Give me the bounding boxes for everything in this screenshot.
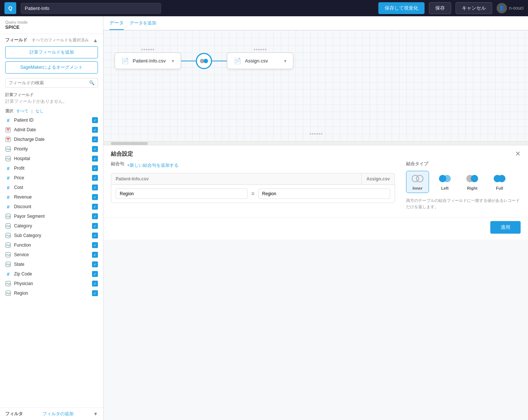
tab-data[interactable]: データ bbox=[109, 17, 124, 30]
field-checkbox[interactable]: ✓ bbox=[92, 271, 98, 277]
field-name: Region bbox=[14, 291, 89, 296]
filter-add-link[interactable]: フィルタの追加 bbox=[42, 411, 74, 417]
query-mode-label: Query mode bbox=[5, 20, 98, 24]
hash-icon: # bbox=[5, 175, 11, 181]
field-item[interactable]: AaState✓ bbox=[0, 260, 103, 269]
hash-icon: # bbox=[5, 271, 11, 277]
field-checkbox[interactable]: ✓ bbox=[92, 290, 98, 296]
query-mode-section: Query mode SPICE bbox=[0, 16, 103, 34]
fields-header: フィールド すべてのフィールドを選択済み ▲ bbox=[0, 34, 103, 45]
field-item[interactable]: #Cost✓ bbox=[0, 183, 103, 192]
left-field-select[interactable]: Region bbox=[116, 189, 248, 199]
field-checkbox[interactable]: ✓ bbox=[92, 281, 98, 287]
save-visualize-button[interactable]: 保存して視覚化 bbox=[378, 2, 425, 14]
join-type-full[interactable]: Full bbox=[488, 171, 511, 193]
cancel-button[interactable]: キャンセル bbox=[456, 2, 492, 14]
field-checkbox[interactable]: ✓ bbox=[92, 175, 98, 181]
join-circle[interactable] bbox=[196, 53, 212, 69]
field-item[interactable]: #Zip Code✓ bbox=[0, 269, 103, 279]
canvas-scrollbar[interactable] bbox=[103, 141, 528, 145]
field-name: Service bbox=[14, 252, 89, 257]
field-search-input[interactable] bbox=[8, 80, 87, 85]
add-clause-link[interactable]: +新しい結合句を追加する bbox=[127, 162, 178, 169]
string-icon: Aa bbox=[5, 146, 11, 152]
field-item[interactable]: #Discount✓ bbox=[0, 202, 103, 211]
field-name: Zip Code bbox=[14, 271, 89, 277]
filter-collapse-icon[interactable]: ▼ bbox=[93, 411, 98, 417]
field-checkbox[interactable]: ✓ bbox=[92, 156, 98, 162]
field-name: Physician bbox=[14, 281, 89, 286]
canvas-area: 📄 Patient-Info.csv ▾ bbox=[103, 30, 528, 141]
field-item[interactable]: #Patient ID✓ bbox=[0, 115, 103, 125]
save-button[interactable]: 保存 bbox=[429, 2, 451, 14]
fields-collapse-button[interactable]: ▲ bbox=[93, 37, 98, 43]
string-icon: Aa bbox=[5, 156, 11, 162]
select-all-link[interactable]: すべて bbox=[16, 108, 28, 114]
right-node-chevron[interactable]: ▾ bbox=[284, 58, 286, 64]
join-description: 両方のテーブルの結合フィールドに一致する値があるレコードだけを返します。 bbox=[406, 197, 521, 210]
field-checkbox[interactable]: ✓ bbox=[92, 242, 98, 248]
field-checkbox[interactable]: ✓ bbox=[92, 184, 98, 190]
field-list: #Patient ID✓📅Admit Date✓📅Discharge Date✓… bbox=[0, 115, 103, 407]
left-node[interactable]: 📄 Patient-Info.csv ▾ bbox=[115, 52, 181, 69]
left-table-header: Patient-Info.csv bbox=[111, 173, 362, 185]
sidebar-filter: フィルタ フィルタの追加 ▼ bbox=[0, 407, 103, 420]
apply-btn-row: 適用 bbox=[103, 217, 528, 240]
field-name: Hospital bbox=[14, 156, 89, 161]
string-icon: Aa bbox=[5, 281, 11, 287]
dataset-title-input[interactable] bbox=[21, 3, 161, 14]
select-none-link[interactable]: なし bbox=[35, 108, 44, 114]
field-checkbox[interactable]: ✓ bbox=[92, 213, 98, 219]
field-item[interactable]: AaFunction✓ bbox=[0, 240, 103, 250]
field-checkbox[interactable]: ✓ bbox=[92, 127, 98, 133]
apply-button[interactable]: 適用 bbox=[490, 221, 521, 234]
right-node[interactable]: 📄 Assign.csv ▾ bbox=[227, 52, 293, 69]
field-checkbox[interactable]: ✓ bbox=[92, 136, 98, 142]
sagemaker-augment-button[interactable]: SageMakerによるオーグメント bbox=[5, 61, 98, 74]
field-item[interactable]: #Profit✓ bbox=[0, 163, 103, 173]
field-item[interactable]: 📅Discharge Date✓ bbox=[0, 135, 103, 144]
join-type-right[interactable]: Right bbox=[461, 171, 484, 193]
field-name: Revenue bbox=[14, 194, 89, 200]
fields-title: フィールド bbox=[5, 37, 27, 43]
left-node-chevron[interactable]: ▾ bbox=[172, 58, 174, 64]
field-checkbox[interactable]: ✓ bbox=[92, 261, 98, 267]
field-checkbox[interactable]: ✓ bbox=[92, 146, 98, 152]
field-name: Payor Segment bbox=[14, 214, 89, 219]
canvas-scrollbar-thumb[interactable] bbox=[111, 142, 148, 145]
calc-fields-section: 計算フィールド 計算フィールドがありません。 bbox=[0, 91, 103, 108]
filter-label: フィルタ bbox=[5, 411, 23, 417]
field-item[interactable]: #Revenue✓ bbox=[0, 192, 103, 202]
join-panel-close-button[interactable]: ✕ bbox=[515, 150, 521, 158]
field-item[interactable]: AaCategory✓ bbox=[0, 221, 103, 231]
field-item[interactable]: 📅Admit Date✓ bbox=[0, 125, 103, 135]
field-item[interactable]: AaPhysician✓ bbox=[0, 279, 103, 288]
right-label: Right bbox=[467, 186, 477, 190]
inner-join-icon bbox=[409, 173, 426, 184]
select-label: 選択 bbox=[5, 108, 13, 114]
field-checkbox[interactable]: ✓ bbox=[92, 194, 98, 200]
field-item[interactable]: AaService✓ bbox=[0, 250, 103, 260]
field-item[interactable]: AaPayor Segment✓ bbox=[0, 211, 103, 221]
field-checkbox[interactable]: ✓ bbox=[92, 117, 98, 123]
data-tabbar: データ データを追加 bbox=[103, 16, 528, 30]
join-type-section: 結合タイプ Inner bbox=[395, 161, 521, 210]
field-item[interactable]: AaPriority✓ bbox=[0, 144, 103, 154]
field-checkbox[interactable]: ✓ bbox=[92, 223, 98, 229]
clause-header: Patient-Info.csv Assign.csv bbox=[111, 173, 395, 185]
add-calc-field-button[interactable]: 計算フィールドを追加 bbox=[5, 46, 98, 58]
field-item[interactable]: AaHospital✓ bbox=[0, 154, 103, 163]
join-type-inner[interactable]: Inner bbox=[406, 171, 429, 193]
field-checkbox[interactable]: ✓ bbox=[92, 204, 98, 210]
field-checkbox[interactable]: ✓ bbox=[92, 165, 98, 171]
field-checkbox[interactable]: ✓ bbox=[92, 252, 98, 258]
add-data-link[interactable]: データを追加 bbox=[130, 20, 156, 26]
field-item[interactable]: AaRegion✓ bbox=[0, 288, 103, 298]
join-types: Inner Left bbox=[406, 171, 521, 193]
right-field-select[interactable]: Region bbox=[258, 189, 390, 199]
field-item[interactable]: #Price✓ bbox=[0, 173, 103, 183]
field-checkbox[interactable]: ✓ bbox=[92, 233, 98, 238]
field-item[interactable]: AaSub Category✓ bbox=[0, 231, 103, 240]
connector-line-left bbox=[181, 61, 196, 61]
join-type-left[interactable]: Left bbox=[433, 171, 456, 193]
